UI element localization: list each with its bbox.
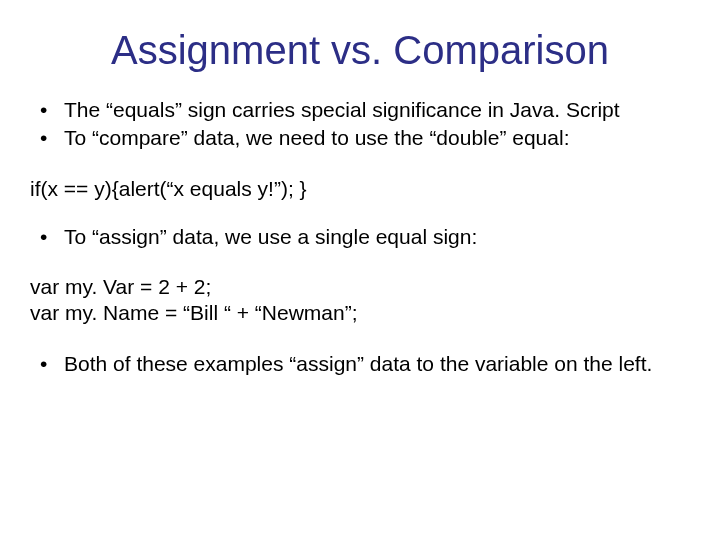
bullet-list-mid: To “assign” data, we use a single equal … [30, 224, 690, 250]
bullet-text: Both of these examples “assign” data to … [64, 352, 652, 375]
code-line: if(x == y){alert(“x equals y!”); } [30, 176, 690, 202]
bullet-item: To “compare” data, we need to use the “d… [30, 125, 690, 151]
slide: Assignment vs. Comparison The “equals” s… [0, 0, 720, 540]
bullet-item: The “equals” sign carries special signif… [30, 97, 690, 123]
code-line: var my. Var = 2 + 2; [30, 274, 690, 300]
spacer [30, 252, 690, 274]
bullet-list-bottom: Both of these examples “assign” data to … [30, 351, 690, 377]
spacer [30, 154, 690, 176]
bullet-list-top: The “equals” sign carries special signif… [30, 97, 690, 152]
code-line: var my. Name = “Bill “ + “Newman”; [30, 300, 690, 326]
slide-title: Assignment vs. Comparison [30, 28, 690, 73]
bullet-text: The “equals” sign carries special signif… [64, 98, 620, 121]
spacer [30, 202, 690, 224]
bullet-text: To “compare” data, we need to use the “d… [64, 126, 569, 149]
bullet-item: Both of these examples “assign” data to … [30, 351, 690, 377]
bullet-item: To “assign” data, we use a single equal … [30, 224, 690, 250]
bullet-text: To “assign” data, we use a single equal … [64, 225, 477, 248]
spacer [30, 327, 690, 351]
slide-body: The “equals” sign carries special signif… [30, 97, 690, 377]
